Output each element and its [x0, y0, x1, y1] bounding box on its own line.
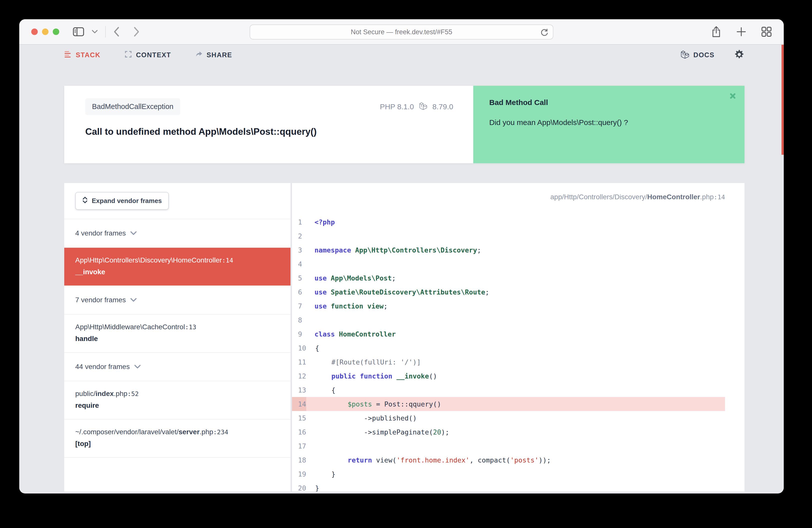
address-bar-text: Not Secure — freek.dev.test/#F55: [351, 28, 452, 36]
line-number: 7: [292, 299, 305, 313]
laravel-version-icon: [419, 102, 427, 112]
chevron-down-icon: [130, 296, 137, 304]
tab-share-label: SHARE: [206, 51, 232, 59]
line-number: 8: [292, 313, 305, 327]
toolbar-left-controls: [73, 26, 140, 38]
line-source: $posts = Post::qquery(): [306, 397, 441, 411]
vendor-frames-label: 4 vendor frames: [75, 229, 126, 237]
close-icon[interactable]: [729, 92, 737, 101]
stack-frame[interactable]: App\Http\Middleware\CacheControl:13handl…: [64, 314, 290, 353]
line-number: 14: [292, 397, 306, 411]
sidebar-toggle-icon[interactable]: [73, 27, 84, 36]
line-number: 11: [292, 355, 306, 369]
line-source: use App\Models\Post;: [305, 271, 396, 285]
code-line: 5use App\Models\Post;: [292, 271, 725, 285]
line-source: {: [306, 341, 319, 355]
code-line: 1<?php: [292, 215, 725, 229]
line-source: use Spatie\RouteDiscovery\Attributes\Rou…: [305, 285, 489, 299]
chevron-down-icon[interactable]: [92, 30, 98, 34]
line-source: {: [306, 383, 335, 397]
code-line: 4: [292, 257, 725, 271]
stack-frame-list: 4 vendor framesApp\Http\Controllers\Disc…: [64, 219, 290, 458]
line-number: 1: [292, 215, 305, 229]
line-number: 16: [292, 425, 306, 439]
line-source: namespace App\Http\Controllers\Discovery…: [305, 243, 481, 257]
line-number: 18: [292, 453, 306, 467]
exception-class-badge: BadMethodCallException: [85, 98, 180, 115]
line-number: 9: [292, 327, 305, 341]
line-source: [305, 229, 315, 243]
context-icon: [125, 50, 132, 60]
code-line: 8: [292, 313, 725, 327]
line-number: 10: [292, 341, 306, 355]
stack-and-code: Expand vendor frames 4 vendor framesApp\…: [64, 183, 744, 492]
stack-trace-panel: Expand vendor frames 4 vendor framesApp\…: [64, 183, 290, 492]
code-line: 10{: [292, 341, 725, 355]
page-content: BadMethodCallException PHP 8.1.0 8.79.0 …: [64, 86, 744, 492]
toolbar-right-controls: [711, 26, 772, 38]
docs-link[interactable]: DOCS: [681, 50, 714, 60]
line-source: [305, 313, 315, 327]
tab-context[interactable]: CONTEXT: [125, 50, 171, 60]
chevron-down-icon: [134, 363, 141, 371]
traffic-lights: [31, 29, 59, 35]
stack-frame-active[interactable]: App\Http\Controllers\Discovery\HomeContr…: [64, 248, 290, 286]
docs-label: DOCS: [694, 51, 714, 59]
browser-toolbar: Not Secure — freek.dev.test/#F55: [19, 19, 784, 45]
code-line: 17: [292, 439, 725, 453]
stack-frame[interactable]: ~/.composer/vendor/laravel/valet/server.…: [64, 420, 290, 458]
expand-vendor-frames-label: Expand vendor frames: [92, 197, 162, 205]
line-number: 20: [292, 481, 306, 492]
tab-stack-label: STACK: [76, 51, 101, 59]
zoom-window-button[interactable]: [53, 29, 59, 35]
line-number: 12: [292, 369, 306, 383]
line-number: 15: [292, 411, 306, 425]
frame-path: App\Http\Controllers\Discovery\HomeContr…: [75, 254, 279, 266]
back-icon[interactable]: [113, 27, 120, 37]
page-scrollbar[interactable]: [782, 45, 784, 155]
line-number: 6: [292, 285, 305, 299]
laravel-docs-icon: [681, 50, 690, 60]
reload-icon[interactable]: [540, 28, 549, 38]
vendor-frames-label: 44 vendor frames: [75, 363, 130, 371]
minimize-window-button[interactable]: [42, 29, 48, 35]
frame-method: __invoke: [75, 266, 279, 278]
code-line: 12 public function __invoke(): [292, 369, 725, 383]
vendor-frames-toggle[interactable]: 7 vendor frames: [64, 286, 290, 314]
code-line: 2: [292, 229, 725, 243]
forward-icon[interactable]: [133, 27, 140, 37]
code-line: 13 {: [292, 383, 725, 397]
line-number: 2: [292, 229, 305, 243]
laravel-version: 8.79.0: [433, 103, 453, 111]
code-file-path: app/Http/Controllers/Discovery/HomeContr…: [550, 193, 725, 201]
toolbar-divider: [105, 26, 106, 38]
line-number: 5: [292, 271, 305, 285]
close-window-button[interactable]: [31, 29, 38, 35]
browser-window: Not Secure — freek.dev.test/#F55: [19, 19, 784, 494]
code-line: 7use function view;: [292, 299, 725, 313]
vendor-frames-toggle[interactable]: 44 vendor frames: [64, 353, 290, 381]
address-bar[interactable]: Not Secure — freek.dev.test/#F55: [250, 25, 553, 40]
code-line: 20}: [292, 481, 725, 492]
expand-vendor-frames-button[interactable]: Expand vendor frames: [75, 192, 169, 210]
tab-share[interactable]: SHARE: [195, 50, 232, 60]
error-message: Call to undefined method App\Models\Post…: [85, 127, 453, 137]
line-source: public function __invoke(): [306, 369, 437, 383]
line-source: [305, 257, 315, 271]
code-line-highlighted: 14 $posts = Post::qquery(): [292, 397, 725, 411]
code-panel: app/Http/Controllers/Discovery/HomeContr…: [292, 183, 744, 492]
code-lines: 1<?php23namespace App\Http\Controllers\D…: [292, 215, 725, 492]
stack-frame[interactable]: public/index.php:52require: [64, 381, 290, 420]
solution-panel: Bad Method Call Did you mean App\Models\…: [473, 86, 744, 163]
new-tab-icon[interactable]: [736, 27, 746, 37]
code-line: 16 ->simplePaginate(20);: [292, 425, 725, 439]
vendor-frames-toggle[interactable]: 4 vendor frames: [64, 219, 290, 248]
version-meta: PHP 8.1.0 8.79.0: [380, 102, 453, 112]
code-line: 3namespace App\Http\Controllers\Discover…: [292, 243, 725, 257]
share-icon[interactable]: [711, 26, 721, 38]
tab-overview-icon[interactable]: [761, 27, 772, 37]
gear-icon[interactable]: [734, 49, 744, 61]
tab-stack[interactable]: STACK: [64, 50, 101, 60]
line-source: <?php: [305, 215, 335, 229]
code-line: 18 return view('front.home.index', compa…: [292, 453, 725, 467]
